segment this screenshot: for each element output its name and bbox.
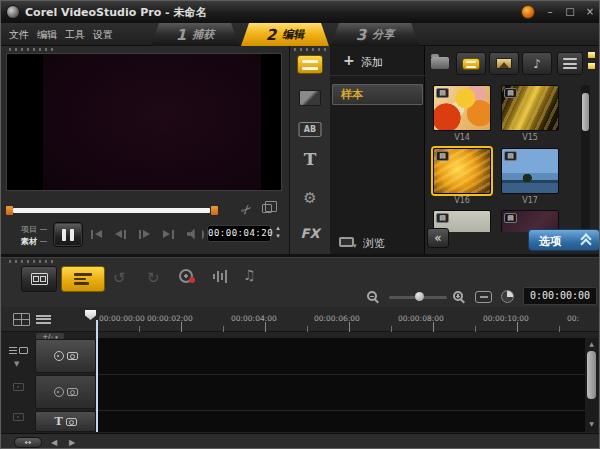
thumbnail-v17[interactable]: ▤ [501,148,559,194]
track-list-icon[interactable] [35,313,52,326]
enlarge-preview-icon[interactable] [262,204,272,213]
thumbnail-v14[interactable]: ▤ [433,85,491,131]
maximize-button[interactable]: □ [562,4,578,19]
browse-row[interactable]: ▾ 浏览 [330,231,425,254]
go-to-end-button[interactable] [163,228,174,240]
scroll-left-icon[interactable]: ◀ [51,438,57,447]
menu-edit[interactable]: 编辑 [37,28,57,42]
filter-photo-button[interactable] [489,52,519,75]
text-library-icon[interactable]: T [304,149,317,169]
volume-button[interactable] [187,228,204,240]
duration-clock-icon[interactable] [501,290,514,303]
sound-mixer-icon[interactable] [213,269,227,283]
trim-bar[interactable] [6,206,218,215]
scroll-right-icon[interactable]: ▶ [69,438,75,447]
filter-audio-button[interactable]: ♪ [522,52,552,75]
drag-handle-dots[interactable] [9,260,53,263]
title-track-mini-icon[interactable] [13,413,24,421]
menu-settings[interactable]: 设置 [93,28,113,42]
playhead-line[interactable] [96,320,98,432]
auto-music-icon[interactable]: ♫ [243,267,256,283]
graphic-library-icon[interactable]: ⚙ [303,189,316,207]
ruler-major-ticks [97,322,585,332]
undo-button[interactable]: ↺ [113,269,126,287]
storyboard-grid-icon[interactable] [13,313,30,326]
scroll-down-icon[interactable]: ▼ [587,420,596,427]
tab-label: 编辑 [282,27,304,42]
drag-handle-dots[interactable] [294,48,328,51]
record-capture-icon[interactable] [179,269,193,283]
project-mode-label[interactable]: 项目 [21,224,47,235]
overlay-track-mini-icon[interactable] [13,383,24,391]
storyboard-view-button[interactable] [21,266,57,292]
menu-file[interactable]: 文件 [9,28,29,42]
timecode-spinner[interactable]: ▴ ▾ [273,224,283,240]
trim-track[interactable] [13,208,210,213]
pause-button[interactable] [53,222,83,247]
preview-frame [43,54,261,190]
video-track-button[interactable] [35,339,96,373]
tab-edit[interactable]: 2 编辑 [241,23,329,46]
fit-project-icon[interactable] [475,291,492,303]
scroll-mode-button[interactable]: ↔ [14,437,42,448]
timeline-timecode[interactable]: 0:00:00:00 [523,287,597,305]
sort-list-button[interactable] [557,52,583,75]
title-t-icon: T [54,415,62,428]
filter-video-button[interactable] [456,52,486,75]
spin-up-icon[interactable]: ▴ [276,224,280,232]
menu-tools[interactable]: 工具 [65,28,85,42]
collapse-library-button[interactable]: « [427,228,449,248]
expand-options-icon [582,235,590,243]
add-category-row[interactable]: + 添加 [330,46,425,76]
import-folder-icon[interactable] [431,57,449,69]
timeline-view-button[interactable] [61,266,105,292]
timeline-vscrollbar-thumb[interactable] [587,351,596,399]
tab-share[interactable]: 3 分享 [331,23,419,46]
minimize-button[interactable]: – [542,4,558,19]
video-clip-badge-icon: ▤ [436,151,449,161]
titlebar: Corel VideoStudio Pro - 未命名 – □ × [1,1,600,23]
redo-button[interactable]: ↻ [147,269,160,287]
next-frame-button[interactable] [139,228,150,240]
trim-start-handle[interactable] [6,206,13,215]
library-nav-strip: AB T ⚙ FX [289,46,330,254]
timeline-tracks-area[interactable] [97,338,585,432]
transition-library-icon[interactable] [299,90,321,106]
list-view-icon [563,56,577,72]
title-track-button[interactable]: T [35,411,96,432]
preview-panel: ✂ 项目 素材 00:00:04:20 ▴ ▾ [1,46,289,254]
close-button[interactable]: × [582,4,598,19]
preview-timecode[interactable]: 00:00:04:20 [207,225,271,242]
gallery-scrollbar-thumb[interactable] [582,93,589,131]
thumbnail-v15[interactable]: ▤ [501,85,559,131]
zoom-slider-thumb[interactable] [415,292,424,301]
previous-frame-button[interactable] [115,228,126,240]
options-button[interactable]: 选项 [528,229,600,251]
thumbnail-size-toggle[interactable] [586,51,597,74]
split-clip-icon[interactable]: ✂ [237,200,255,218]
overlay-track-button[interactable] [35,375,96,409]
tab-capture[interactable]: 1 捕获 [151,23,239,46]
spin-down-icon[interactable]: ▾ [276,232,280,240]
media-library-icon[interactable] [297,55,323,74]
track-dropdown-icon[interactable]: ▼ [14,360,19,368]
zoom-in-icon[interactable] [453,291,463,301]
category-item-sample[interactable]: 样本 [332,84,423,105]
go-to-start-button[interactable] [91,228,102,240]
scroll-up-icon[interactable]: ▲ [587,340,596,347]
video-clip-badge-icon: ▤ [504,213,517,223]
library-gallery: ♪ ▤ ▤ V14 V15 ▤ ▤ V16 V17 ▤ ▤ « [425,46,600,254]
film-reel-icon [54,387,64,397]
thumbnail-v16-selected[interactable]: ▤ [433,148,491,194]
preview-video-area [6,53,282,191]
filter-library-icon[interactable]: FX [301,226,320,241]
zoom-out-icon[interactable] [367,291,377,301]
trim-end-handle[interactable] [211,206,218,215]
clip-mode-label[interactable]: 素材 [21,236,47,247]
film-reel-icon [54,351,64,361]
drag-handle-dots[interactable] [9,48,53,51]
video-track-type-icon[interactable] [9,345,28,356]
storyboard-icon [31,273,48,285]
corel-guide-icon[interactable] [521,5,535,19]
title-library-icon[interactable]: AB [299,122,322,137]
